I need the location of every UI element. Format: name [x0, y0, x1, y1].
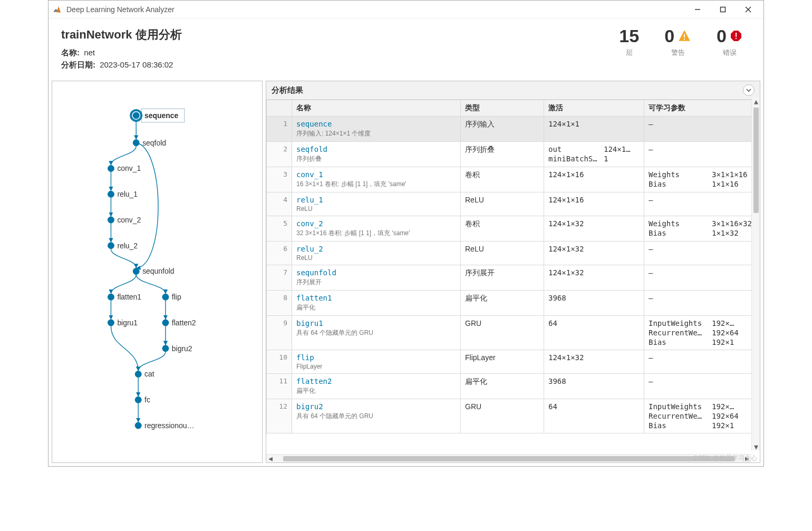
errors-count: 0 — [717, 27, 727, 45]
svg-point-20 — [108, 320, 114, 326]
table-row[interactable]: 2seqfold序列折叠序列折叠out124×1…miniBatchS…1– — [267, 142, 760, 167]
graph-edge — [136, 143, 158, 268]
close-button[interactable] — [740, 3, 756, 16]
warning-icon — [678, 29, 691, 43]
row-activation: 3968 — [544, 291, 644, 316]
graph-edge — [138, 352, 166, 371]
row-name-cell: sequnfold序列展开 — [292, 265, 461, 291]
vertical-scrollbar[interactable]: ▴ ▾ — [751, 97, 760, 451]
table-row[interactable]: 12bigru2具有 64 个隐藏单元的 GRUGRU64InputWeight… — [267, 399, 760, 433]
row-name-cell: sequence序列输入: 124×1×1 个维度 — [292, 117, 461, 142]
row-index: 4 — [267, 192, 292, 216]
table-row[interactable]: 4relu_1ReLUReLU124×1×16– — [267, 192, 760, 216]
graph-node-seqfold[interactable]: seqfold — [133, 139, 166, 147]
row-learnable: – — [644, 192, 760, 216]
maximize-button[interactable] — [715, 3, 731, 16]
name-value: net — [84, 48, 95, 57]
row-index: 8 — [267, 291, 292, 316]
scroll-left-arrow[interactable]: ◂ — [266, 453, 275, 463]
row-index: 1 — [267, 117, 292, 142]
svg-point-23 — [162, 345, 168, 351]
graph-node-flip[interactable]: flip — [162, 293, 181, 301]
close-icon — [745, 6, 751, 13]
row-name-cell: seqfold序列折叠 — [292, 142, 461, 167]
col-learnable[interactable]: 可学习参数 — [644, 100, 760, 117]
graph-node-flatten1[interactable]: flatten1 — [108, 293, 141, 301]
scroll-down-arrow[interactable]: ▾ — [754, 442, 758, 451]
svg-point-24 — [136, 371, 141, 377]
stat-errors: 0 错误 — [717, 27, 742, 57]
svg-point-13 — [133, 140, 139, 146]
table-row[interactable]: 3conv_116 3×1×1 卷积: 步幅 [1 1]，填充 'same'卷积… — [267, 167, 760, 192]
layer-name: flip — [296, 353, 456, 362]
layer-subtitle: 32 3×1×16 卷积: 步幅 [1 1]，填充 'same' — [296, 229, 456, 238]
graph-node-fc[interactable]: fc — [136, 395, 150, 404]
network-graph-pane[interactable]: sequenceseqfoldconv_1relu_1conv_2relu_2s… — [52, 81, 263, 463]
graph-node-relu_1[interactable]: relu_1 — [108, 190, 138, 198]
row-learnable: – — [644, 374, 760, 399]
graph-node-label: sequence — [144, 111, 178, 120]
layer-name: bigru2 — [296, 402, 456, 411]
table-row[interactable]: 8flatten1扁平化扁平化3968– — [267, 291, 760, 316]
graph-node-conv_1[interactable]: conv_1 — [108, 164, 141, 172]
layer-subtitle: 序列展开 — [296, 278, 456, 287]
vscroll-thumb[interactable] — [753, 108, 759, 213]
table-row[interactable]: 10flipFlipLayerFlipLayer124×1×32– — [267, 350, 760, 374]
graph-node-sequence[interactable]: sequence — [130, 109, 184, 122]
row-index: 10 — [267, 350, 292, 374]
row-name-cell: bigru1具有 64 个隐藏单元的 GRU — [292, 316, 461, 350]
svg-point-17 — [108, 243, 114, 248]
graph-edge — [111, 249, 136, 268]
table-row[interactable]: 7sequnfold序列展开序列展开124×1×32– — [267, 265, 760, 291]
row-type: GRU — [461, 316, 544, 350]
graph-node-regressionou…[interactable]: regressionou… — [136, 421, 195, 430]
svg-point-15 — [108, 191, 114, 197]
layers-label: 层 — [619, 48, 639, 57]
svg-point-12 — [133, 113, 139, 119]
graph-node-cat[interactable]: cat — [136, 370, 154, 379]
row-index: 11 — [267, 374, 292, 399]
svg-point-25 — [136, 397, 141, 403]
graph-node-label: flatten2 — [172, 318, 196, 327]
row-activation: 124×1×32 — [544, 216, 644, 242]
graph-node-label: conv_2 — [117, 216, 141, 224]
row-activation: 124×1×16 — [544, 192, 644, 216]
table-row[interactable]: 5conv_232 3×1×16 卷积: 步幅 [1 1]，填充 'same'卷… — [267, 216, 760, 242]
minimize-button[interactable] — [690, 3, 705, 16]
graph-node-relu_2[interactable]: relu_2 — [108, 242, 138, 250]
horizontal-scrollbar[interactable]: ◂ ▸ — [266, 454, 751, 462]
table-row[interactable]: 11flatten2扁平化扁平化3968– — [267, 374, 760, 399]
row-activation: 124×1×16 — [544, 167, 644, 192]
table-row[interactable]: 6relu_2ReLUReLU124×1×32– — [267, 242, 760, 265]
row-learnable: Weights3×1×16×32Bias1×1×32 — [644, 216, 760, 242]
error-icon — [730, 30, 742, 42]
graph-node-label: seqfold — [142, 139, 166, 147]
scroll-up-arrow[interactable]: ▴ — [754, 97, 758, 105]
results-table-wrap[interactable]: 名称 类型 激活 可学习参数 1sequence序列输入: 124×1×1 个维… — [266, 100, 760, 462]
graph-node-bigru1[interactable]: bigru1 — [108, 318, 138, 327]
titlebar: Deep Learning Network Analyzer — [49, 1, 763, 18]
row-activation: 124×1×1 — [544, 117, 644, 142]
results-table: 名称 类型 激活 可学习参数 1sequence序列输入: 124×1×1 个维… — [266, 100, 760, 433]
row-name-cell: conv_116 3×1×1 卷积: 步幅 [1 1]，填充 'same' — [292, 167, 461, 192]
layer-name: conv_2 — [296, 219, 456, 228]
row-index: 9 — [267, 316, 292, 350]
col-name[interactable]: 名称 — [292, 100, 461, 117]
col-activation[interactable]: 激活 — [544, 100, 644, 117]
row-learnable: – — [644, 265, 760, 291]
graph-node-bigru2[interactable]: bigru2 — [162, 344, 192, 353]
graph-node-sequnfold[interactable]: sequnfold — [133, 267, 175, 275]
layer-name: flatten2 — [296, 377, 456, 385]
svg-rect-1 — [721, 7, 726, 12]
col-index[interactable] — [267, 100, 292, 117]
graph-node-flatten2[interactable]: flatten2 — [162, 318, 196, 327]
table-row[interactable]: 1sequence序列输入: 124×1×1 个维度序列输入124×1×1– — [267, 117, 760, 142]
graph-node-conv_2[interactable]: conv_2 — [108, 216, 141, 224]
row-learnable: – — [644, 242, 760, 265]
layer-subtitle: 序列输入: 124×1×1 个维度 — [296, 129, 456, 138]
results-collapse-button[interactable] — [743, 84, 755, 96]
col-type[interactable]: 类型 — [461, 100, 544, 117]
row-activation: 124×1×32 — [544, 242, 644, 265]
hscroll-thumb[interactable] — [283, 456, 734, 461]
table-row[interactable]: 9bigru1具有 64 个隐藏单元的 GRUGRU64InputWeights… — [267, 316, 760, 350]
